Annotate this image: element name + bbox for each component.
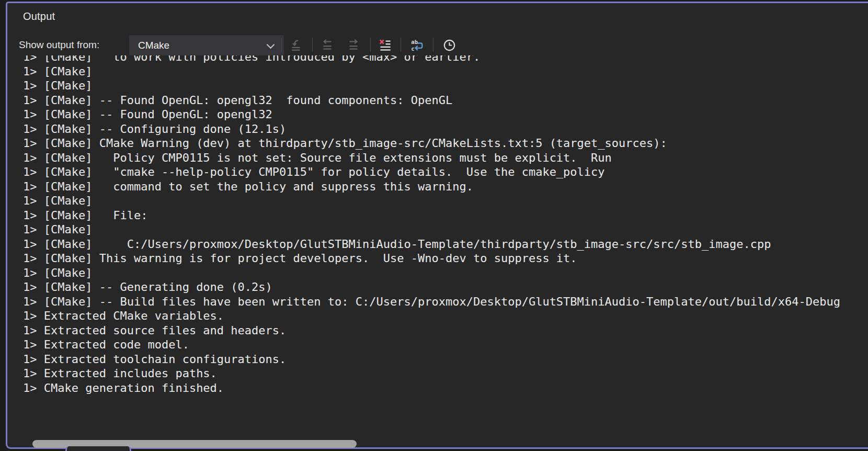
word-wrap-button[interactable]: ab c: [409, 37, 426, 53]
panel-title: Output: [23, 10, 55, 22]
go-to-message-icon: [289, 38, 303, 52]
log-line: 1> [CMake] This warning is for project d…: [23, 251, 868, 266]
log-line: 1> [CMake] -- Generating done (0.2s): [23, 280, 868, 295]
log-line: 1> [CMake] -- Configuring done (12.1s): [23, 122, 868, 137]
clear-all-icon: [378, 38, 392, 52]
toolbar-separator: [433, 38, 433, 52]
toolbar-separator: [312, 38, 313, 52]
output-source-selected-value: CMake: [129, 40, 169, 51]
log-line: 1> [CMake] -- Build files have been writ…: [23, 295, 868, 309]
log-line: 1> [CMake]: [23, 64, 868, 79]
output-panel: Output Show output from: CMake: [6, 2, 868, 449]
clear-all-button[interactable]: [376, 37, 393, 53]
word-wrap-icon: ab c: [410, 38, 425, 52]
log-line: 1> [CMake]: [23, 222, 868, 237]
log-line: 1> Extracted source files and headers.: [23, 323, 868, 338]
log-line: 1> [CMake] "cmake --help-policy CMP0115"…: [23, 165, 868, 179]
log-line: 1> Extracted code model.: [23, 337, 868, 352]
go-to-message-button[interactable]: [288, 37, 304, 53]
log-lines: 1> [CMake] to work with policies introdu…: [15, 55, 868, 395]
log-line: 1> [CMake] -- Found OpenGL: opengl32: [23, 107, 868, 122]
log-line: 1> [CMake]: [23, 194, 868, 208]
log-line: 1> [CMake] CMake Warning (dev) at thirdp…: [23, 136, 868, 151]
log-viewport[interactable]: 1> [CMake] to work with policies introdu…: [15, 55, 868, 447]
next-message-icon: [347, 38, 360, 52]
log-line: 1> [CMake] to work with policies introdu…: [23, 55, 868, 64]
log-line: 1> Extracted toolchain configurations.: [23, 352, 868, 367]
toolbar-separator: [401, 38, 401, 52]
log-line: 1> [CMake] -- Found OpenGL: opengl32 fou…: [23, 93, 868, 108]
timestamps-button[interactable]: [441, 37, 458, 53]
timestamps-clock-icon: [442, 38, 456, 52]
toolbar-separator: [370, 38, 371, 52]
next-message-button[interactable]: [345, 37, 362, 53]
svg-text:c: c: [411, 46, 414, 52]
output-tool-window: Output Show output from: CMake: [0, 0, 868, 451]
svg-text:ab: ab: [411, 39, 418, 45]
output-source-dropdown[interactable]: CMake: [129, 35, 284, 55]
log-line: 1> [CMake]: [23, 78, 868, 93]
log-line: 1> CMake generation finished.: [23, 381, 868, 396]
chevron-down-icon: [268, 42, 273, 48]
log-line: 1> [CMake] command to set the policy and…: [23, 179, 868, 194]
log-line: 1> [CMake] File:: [23, 208, 868, 223]
log-line: 1> Extracted includes paths.: [23, 366, 868, 381]
log-line: 1> [CMake]: [23, 266, 868, 280]
previous-message-button[interactable]: [319, 37, 336, 53]
log-line: 1> [CMake] Policy CMP0115 is not set: So…: [23, 151, 868, 165]
log-line: 1> Extracted CMake variables.: [23, 309, 868, 323]
toolbar-separator: [281, 38, 282, 52]
previous-message-icon: [321, 38, 334, 52]
show-output-from-label: Show output from:: [19, 39, 99, 51]
log-line: 1> [CMake] C:/Users/proxmox/Desktop/Glut…: [23, 237, 868, 252]
active-tab-connector[interactable]: [65, 446, 131, 451]
